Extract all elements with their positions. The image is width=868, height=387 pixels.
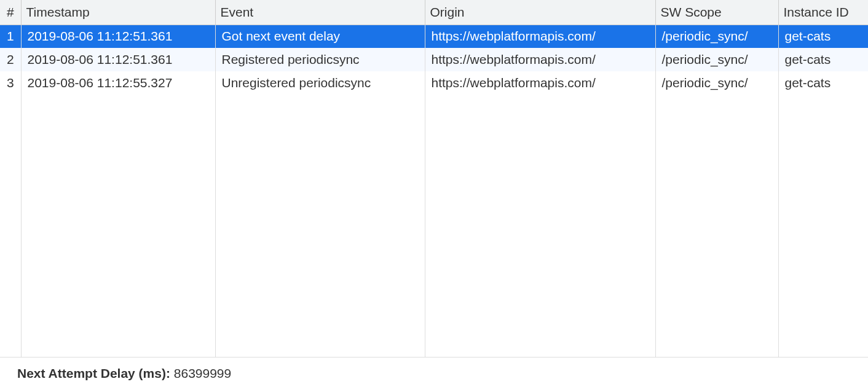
- cell-scope: /periodic_sync/: [655, 48, 778, 71]
- cell-instance: get-cats: [778, 25, 868, 48]
- table-header-row: # Timestamp Event Origin SW Scope Instan…: [0, 0, 868, 25]
- filler-row: [0, 95, 868, 357]
- table-row[interactable]: 22019-08-06 11:12:51.361Registered perio…: [0, 48, 868, 71]
- cell-event: Got next event delay: [215, 25, 425, 48]
- cell-event: Unregistered periodicsync: [215, 71, 425, 95]
- cell-timestamp: 2019-08-06 11:12:55.327: [21, 71, 215, 95]
- cell-origin: https://webplatformapis.com/: [425, 48, 655, 71]
- next-attempt-delay-value: 86399999: [174, 366, 231, 380]
- footer: Next Attempt Delay (ms): 86399999: [0, 358, 868, 387]
- events-table-wrap: # Timestamp Event Origin SW Scope Instan…: [0, 0, 868, 358]
- col-header-event[interactable]: Event: [215, 0, 425, 25]
- cell-scope: /periodic_sync/: [655, 25, 778, 48]
- col-header-scope[interactable]: SW Scope: [655, 0, 778, 25]
- cell-num: 3: [0, 71, 21, 95]
- table-row[interactable]: 32019-08-06 11:12:55.327Unregistered per…: [0, 71, 868, 95]
- col-header-instance[interactable]: Instance ID: [778, 0, 868, 25]
- cell-instance: get-cats: [778, 48, 868, 71]
- cell-instance: get-cats: [778, 71, 868, 95]
- cell-num: 2: [0, 48, 21, 71]
- next-attempt-delay-label: Next Attempt Delay (ms):: [17, 366, 174, 380]
- cell-timestamp: 2019-08-06 11:12:51.361: [21, 48, 215, 71]
- col-header-origin[interactable]: Origin: [425, 0, 655, 25]
- cell-origin: https://webplatformapis.com/: [425, 71, 655, 95]
- col-header-num[interactable]: #: [0, 0, 21, 25]
- events-table: # Timestamp Event Origin SW Scope Instan…: [0, 0, 868, 357]
- table-row[interactable]: 12019-08-06 11:12:51.361Got next event d…: [0, 25, 868, 48]
- cell-timestamp: 2019-08-06 11:12:51.361: [21, 25, 215, 48]
- cell-scope: /periodic_sync/: [655, 71, 778, 95]
- cell-num: 1: [0, 25, 21, 48]
- col-header-timestamp[interactable]: Timestamp: [21, 0, 215, 25]
- cell-event: Registered periodicsync: [215, 48, 425, 71]
- cell-origin: https://webplatformapis.com/: [425, 25, 655, 48]
